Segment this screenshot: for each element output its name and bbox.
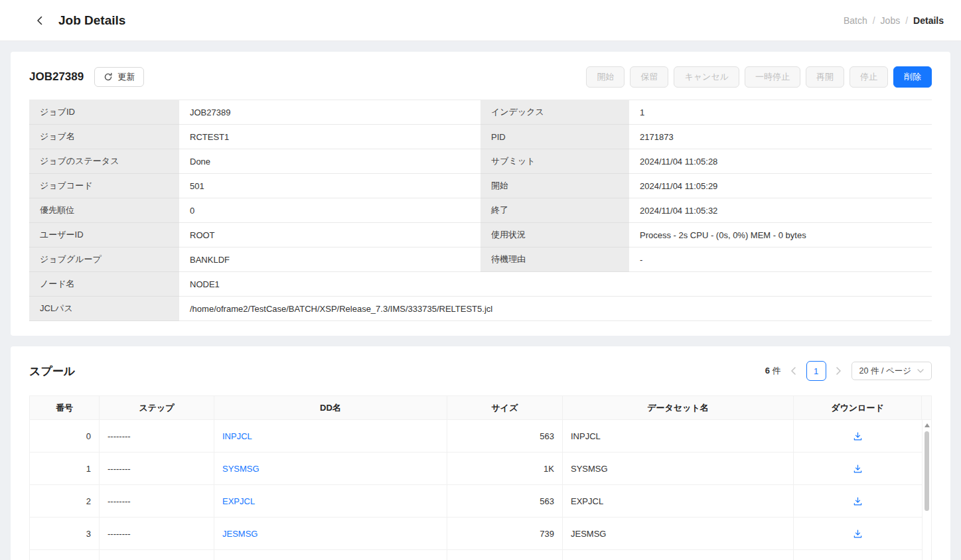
resume-button[interactable]: 再開 — [806, 66, 844, 88]
topbar: Job Details Batch / Jobs / Details — [0, 0, 961, 41]
detail-value: 501 — [179, 174, 480, 198]
detail-value: JOB27389 — [179, 100, 480, 125]
detail-value: Process - 2s CPU - (0s, 0%) MEM - 0 byte… — [629, 223, 932, 247]
detail-label: 終了 — [480, 198, 629, 223]
breadcrumb-jobs[interactable]: Jobs — [881, 15, 901, 26]
job-details-card: JOB27389 更新 開始 保留 キャンセル 一時停止 再開 停止 削除 ジョ… — [11, 52, 950, 336]
detail-value: 2024/11/04 11:05:28 — [629, 149, 932, 174]
detail-value: 2024/11/04 11:05:32 — [629, 198, 932, 223]
job-info-table: ジョブID JOB27389 インデックス 1 ジョブ名 RCTEST1 PID… — [29, 100, 932, 321]
column-header-dd: DD名 — [214, 396, 447, 420]
column-header-dataset: データセット名 — [563, 396, 794, 420]
column-header-size: サイズ — [447, 396, 563, 420]
detail-value: 2024/11/04 11:05:29 — [629, 174, 932, 198]
cancel-button[interactable]: キャンセル — [674, 66, 739, 88]
spool-size: 2K — [447, 550, 563, 560]
table-row: 2 -------- EXPJCL 563 EXPJCL — [30, 485, 922, 518]
dd-name-link[interactable]: INPJCL — [222, 431, 252, 441]
pagination: 6 件 1 20 件 / ページ — [765, 361, 932, 381]
download-button[interactable] — [851, 429, 865, 443]
page-size-select[interactable]: 20 件 / ページ — [851, 362, 932, 380]
detail-value: 2171873 — [629, 125, 932, 149]
page-title: Job Details — [58, 13, 125, 28]
total-count-number: 6 — [765, 366, 770, 376]
detail-label: JCLパス — [29, 297, 179, 321]
job-id-title: JOB27389 — [29, 70, 84, 84]
spool-step: -------- — [100, 453, 214, 485]
detail-label: ノード名 — [29, 272, 179, 297]
spool-no: 4 — [30, 550, 100, 560]
spool-dataset: JESMSG — [563, 518, 794, 550]
spool-step: -------- — [100, 485, 214, 518]
scrollbar[interactable] — [922, 420, 931, 560]
spool-size: 563 — [447, 485, 563, 518]
column-header-no: 番号 — [30, 396, 100, 420]
total-count-unit: 件 — [773, 366, 781, 376]
breadcrumb: Batch / Jobs / Details — [844, 15, 944, 26]
download-icon — [853, 464, 863, 474]
back-button[interactable] — [32, 13, 48, 29]
spool-size: 1K — [447, 453, 563, 485]
dd-name-link[interactable]: SYSMSG — [222, 464, 259, 474]
detail-label: 使用状況 — [480, 223, 629, 247]
download-button[interactable] — [851, 462, 865, 476]
scrollbar-thumb[interactable] — [924, 431, 929, 511]
detail-label: サブミット — [480, 149, 629, 174]
scroll-up-icon[interactable] — [924, 423, 930, 427]
download-icon — [853, 496, 863, 506]
delete-button[interactable]: 削除 — [893, 66, 932, 88]
detail-label: ジョブコード — [29, 174, 179, 198]
detail-value: ROOT — [179, 223, 480, 247]
spool-step: -------- — [100, 420, 214, 453]
prev-page-button[interactable] — [788, 362, 800, 380]
spool-table: 番号 ステップ DD名 サイズ データセット名 ダウンロード 0 -------… — [29, 395, 932, 560]
detail-label: PID — [480, 125, 629, 149]
job-card-header: JOB27389 更新 開始 保留 キャンセル 一時停止 再開 停止 削除 — [29, 66, 932, 88]
chevron-left-icon — [35, 15, 45, 26]
stop-button[interactable]: 停止 — [850, 66, 888, 88]
dd-name-link[interactable]: JESMSG — [222, 529, 258, 539]
spool-step: -------- — [100, 518, 214, 550]
download-icon — [853, 431, 863, 441]
column-header-download: ダウンロード — [794, 396, 922, 420]
download-button[interactable] — [851, 494, 865, 508]
spool-size: 563 — [447, 420, 563, 453]
spool-card: スプール 6 件 1 20 件 / ページ 番号 ステップ DD名 サイズ デー… — [11, 346, 950, 560]
table-row: 3 -------- JESMSG 739 JESMSG — [30, 518, 922, 550]
spool-size: 739 — [447, 518, 563, 550]
detail-label: ジョブのステータス — [29, 149, 179, 174]
detail-label: 待機理由 — [480, 247, 629, 272]
download-button[interactable] — [851, 527, 865, 541]
detail-label: インデックス — [480, 100, 629, 125]
spool-dataset: INPJCL — [563, 420, 794, 453]
detail-value: 1 — [629, 100, 932, 125]
breadcrumb-details: Details — [913, 15, 944, 26]
detail-label: ユーザーID — [29, 223, 179, 247]
table-row: 4 -------- JESJCL 2K JESJCL — [30, 550, 922, 560]
download-icon — [853, 529, 863, 539]
refresh-button[interactable]: 更新 — [94, 67, 144, 87]
detail-label: ジョブグループ — [29, 247, 179, 272]
chevron-left-icon — [790, 367, 796, 375]
job-actions: 開始 保留 キャンセル 一時停止 再開 停止 削除 — [586, 66, 932, 88]
hold-button[interactable]: 保留 — [630, 66, 668, 88]
spool-no: 3 — [30, 518, 100, 550]
breadcrumb-separator: / — [873, 15, 875, 26]
table-row: 1 -------- SYSMSG 1K SYSMSG — [30, 453, 922, 485]
breadcrumb-batch[interactable]: Batch — [844, 15, 867, 26]
current-page-button[interactable]: 1 — [806, 361, 826, 381]
spool-table-header: 番号 ステップ DD名 サイズ データセット名 ダウンロード — [30, 396, 931, 420]
next-page-button[interactable] — [833, 362, 845, 380]
spool-no: 1 — [30, 453, 100, 485]
start-button[interactable]: 開始 — [586, 66, 625, 88]
chevron-right-icon — [836, 367, 842, 375]
breadcrumb-separator: / — [905, 15, 908, 26]
dd-name-link[interactable]: EXPJCL — [222, 496, 255, 506]
spool-dataset: SYSMSG — [563, 453, 794, 485]
spool-step: -------- — [100, 550, 214, 560]
chevron-down-icon — [917, 369, 924, 373]
spool-dataset: EXPJCL — [563, 485, 794, 518]
pause-button[interactable]: 一時停止 — [745, 66, 800, 88]
column-header-scroll-gap — [922, 396, 931, 420]
detail-value: 0 — [179, 198, 480, 223]
